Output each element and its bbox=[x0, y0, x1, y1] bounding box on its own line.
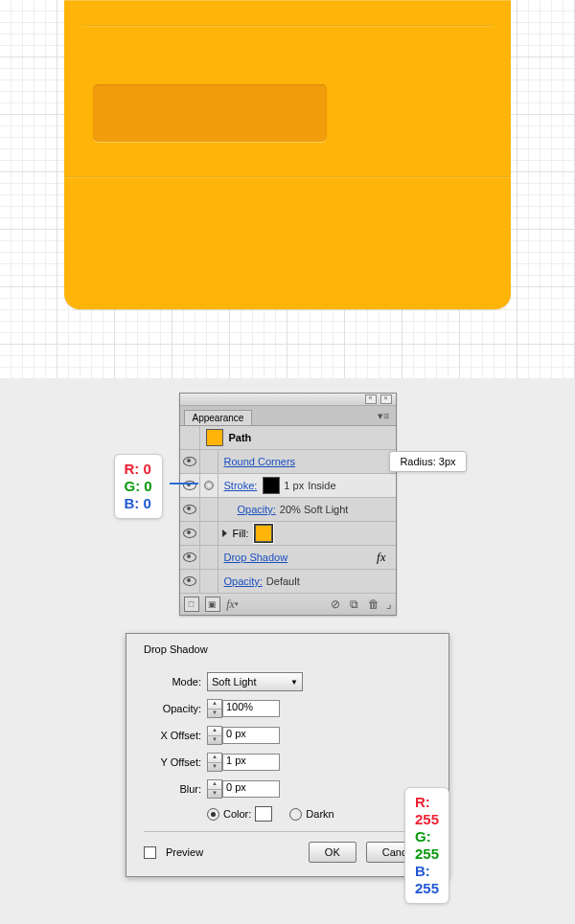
stroke-row[interactable]: Stroke: 1 px Inside bbox=[180, 474, 396, 498]
darkness-radio[interactable] bbox=[289, 808, 302, 821]
panel-topbar: « × bbox=[180, 394, 396, 406]
xoffset-label: X Offset: bbox=[144, 730, 201, 741]
target-col[interactable] bbox=[200, 450, 218, 473]
appearance-footer: □ ▣ fx▾ ⊘ ⧉ 🗑 ⌟ bbox=[180, 594, 396, 615]
eye-icon bbox=[183, 529, 196, 538]
fill-row[interactable]: Fill: bbox=[180, 522, 396, 546]
dialog-title: Drop Shadow bbox=[144, 643, 431, 655]
path-label: Path bbox=[223, 432, 252, 443]
default-opacity-link[interactable]: Opacity: bbox=[218, 575, 263, 587]
panel-tab-row: Appearance ▾≡ bbox=[180, 406, 396, 426]
stroke-width: 1 px bbox=[280, 480, 304, 491]
opacity-input[interactable]: 100% bbox=[222, 700, 280, 717]
stroke-opacity-value: 20% Soft Light bbox=[276, 504, 349, 515]
envelope-shape bbox=[64, 0, 511, 309]
new-art-toggle[interactable]: □ bbox=[184, 597, 199, 612]
stroke-r: R: 0 bbox=[125, 461, 152, 478]
default-opacity-value: Default bbox=[263, 575, 300, 587]
preview-checkbox[interactable] bbox=[144, 846, 156, 859]
stroke-target[interactable] bbox=[200, 474, 218, 497]
eye-icon bbox=[183, 505, 196, 514]
panel-menu-icon[interactable]: ▾≡ bbox=[378, 410, 389, 422]
target-icon bbox=[204, 481, 214, 490]
round-corners-row[interactable]: Round Corners bbox=[180, 450, 396, 474]
clear-icon[interactable]: ⊘ bbox=[329, 597, 342, 611]
visibility-toggle[interactable] bbox=[180, 450, 200, 473]
drop-shadow-dialog[interactable]: Drop Shadow Mode: Soft Light ▼ Opacity: … bbox=[126, 633, 449, 877]
illustrator-canvas[interactable] bbox=[0, 0, 575, 378]
opacity-label: Opacity: bbox=[144, 703, 201, 714]
appearance-panel-wrap: R: 0 G: 0 B: 0 Radius: 3px « × Appearanc… bbox=[179, 393, 397, 616]
stroke-opacity-row[interactable]: Opacity: 20% Soft Light bbox=[180, 498, 396, 522]
yoffset-stepper[interactable]: ▲▼ bbox=[207, 753, 222, 772]
shadow-rgb-callout: R: 255 G: 255 B: 255 bbox=[404, 787, 449, 904]
xoffset-input[interactable]: 0 px bbox=[222, 727, 280, 744]
envelope-address-window bbox=[93, 84, 327, 142]
blur-input[interactable]: 0 px bbox=[222, 780, 280, 798]
mode-select[interactable]: Soft Light ▼ bbox=[207, 672, 303, 691]
yoffset-input[interactable]: 1 px bbox=[222, 754, 280, 771]
stroke-align: Inside bbox=[304, 480, 335, 491]
fx-icon: fx bbox=[377, 550, 385, 565]
shadow-color-swatch[interactable] bbox=[255, 806, 272, 822]
fill-color-swatch[interactable] bbox=[255, 525, 272, 542]
appearance-panel[interactable]: Radius: 3px « × Appearance ▾≡ Path Round… bbox=[179, 393, 397, 616]
blur-stepper[interactable]: ▲▼ bbox=[207, 779, 222, 799]
eye-icon bbox=[183, 576, 196, 586]
stroke-opacity-link[interactable]: Opacity: bbox=[232, 504, 276, 515]
stroke-color-swatch[interactable] bbox=[263, 477, 280, 494]
callout-connector bbox=[170, 483, 198, 485]
shadow-r: R: 255 bbox=[415, 794, 439, 828]
stroke-link[interactable]: Stroke: bbox=[218, 480, 258, 491]
envelope-flap-line bbox=[81, 25, 494, 27]
panels-area: R: 0 G: 0 B: 0 Radius: 3px « × Appearanc… bbox=[0, 378, 575, 896]
path-row[interactable]: Path bbox=[180, 426, 396, 450]
duplicate-icon[interactable]: ⧉ bbox=[348, 597, 361, 611]
mode-value: Soft Light bbox=[212, 676, 256, 687]
opacity-stepper[interactable]: ▲▼ bbox=[207, 699, 222, 718]
visibility-toggle[interactable] bbox=[180, 546, 200, 569]
envelope-fold-line bbox=[64, 176, 511, 178]
ok-button[interactable]: OK bbox=[309, 842, 356, 863]
appearance-tab[interactable]: Appearance bbox=[184, 410, 253, 425]
stroke-rgb-callout: R: 0 G: 0 B: 0 bbox=[114, 454, 163, 519]
visibility-col bbox=[180, 426, 200, 449]
shadow-b: B: 255 bbox=[415, 863, 439, 897]
visibility-toggle[interactable] bbox=[180, 570, 200, 593]
path-swatch bbox=[206, 429, 223, 446]
stroke-b: B: 0 bbox=[125, 495, 152, 512]
blur-label: Blur: bbox=[144, 783, 201, 795]
visibility-toggle[interactable] bbox=[180, 498, 200, 521]
resize-grip[interactable]: ⌟ bbox=[386, 597, 392, 611]
mode-label: Mode: bbox=[144, 676, 201, 687]
dropdown-arrow-icon: ▼ bbox=[290, 678, 298, 687]
darkness-label: Darkn bbox=[306, 808, 334, 820]
dialog-divider bbox=[144, 831, 431, 832]
xoffset-stepper[interactable]: ▲▼ bbox=[207, 726, 222, 745]
color-label: Color: bbox=[223, 808, 251, 820]
eye-icon bbox=[183, 552, 196, 562]
drop-shadow-link[interactable]: Drop Shadow bbox=[218, 552, 288, 563]
visibility-toggle[interactable] bbox=[180, 474, 200, 497]
drop-shadow-row[interactable]: Drop Shadow fx bbox=[180, 546, 396, 570]
panel-close-button[interactable]: × bbox=[380, 394, 392, 404]
round-corners-link[interactable]: Round Corners bbox=[218, 456, 296, 467]
shadow-g: G: 255 bbox=[415, 828, 439, 863]
color-radio[interactable] bbox=[207, 808, 219, 821]
radius-callout: Radius: 3px bbox=[389, 451, 466, 472]
yoffset-label: Y Offset: bbox=[144, 756, 201, 768]
panel-collapse-button[interactable]: « bbox=[365, 394, 377, 404]
eye-icon bbox=[183, 457, 196, 466]
default-opacity-row[interactable]: Opacity: Default bbox=[180, 570, 396, 594]
add-effect-button[interactable]: fx▾ bbox=[226, 597, 240, 611]
fill-label: Fill: bbox=[227, 528, 249, 539]
visibility-toggle[interactable] bbox=[180, 522, 200, 545]
stroke-g: G: 0 bbox=[125, 478, 152, 495]
preview-label: Preview bbox=[166, 846, 203, 858]
new-stroke-button[interactable]: ▣ bbox=[205, 597, 220, 612]
trash-icon[interactable]: 🗑 bbox=[367, 597, 380, 611]
